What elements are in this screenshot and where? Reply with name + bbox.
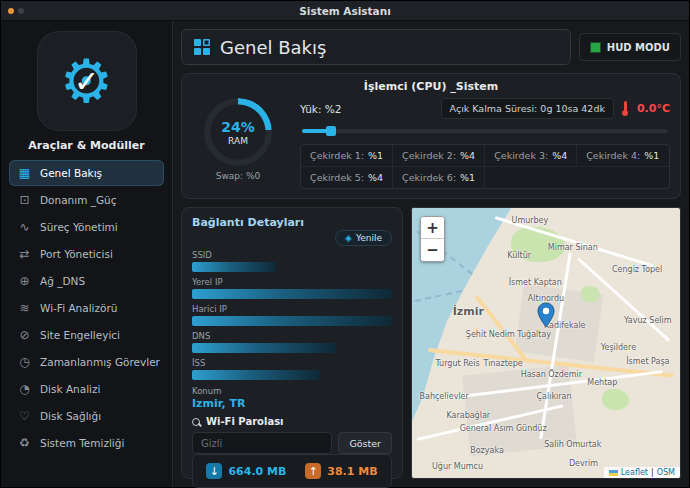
cpu-panel-title: İşlemci (CPU) _Sistem	[192, 80, 670, 93]
map-label: Yeşildere	[601, 343, 636, 352]
connection-field: SSID	[192, 250, 392, 272]
sidebar-item-icon: ▦	[17, 166, 32, 180]
connection-field-label: Harici IP	[192, 304, 392, 314]
map-label: İzmir	[453, 305, 484, 318]
sidebar-item-icon: ♡	[17, 409, 32, 423]
map-park	[602, 389, 629, 411]
connection-field-redacted-bar	[192, 262, 276, 272]
sidebar-item[interactable]: ⊡ Donanım _Güç	[9, 187, 164, 213]
sidebar-item-icon: ⊘	[17, 328, 32, 342]
map-zoom-control: + −	[420, 216, 445, 262]
hud-mode-button[interactable]: HUD MODU	[579, 33, 681, 61]
sidebar-item-icon: ∿	[17, 220, 32, 234]
sidebar-item-icon: ≋	[17, 301, 32, 315]
app-window: Sistem Asistanı ⚙ ✓ Araçlar & Modüller ▦…	[0, 0, 690, 488]
core-value: %4	[552, 150, 567, 161]
cores-grid: Çekirdek 1: %1 Çekirdek 2: %4	[300, 144, 670, 189]
core-value: %1	[644, 150, 659, 161]
sidebar-item-label: Donanım _Güç	[40, 194, 117, 206]
app-logo: ⚙ ✓	[37, 31, 137, 131]
map-label: İsmet Paşa	[626, 357, 669, 366]
sidebar: ⚙ ✓ Araçlar & Modüller ▦ Genel Bakış ⊡ D…	[1, 21, 173, 487]
map-park	[581, 286, 600, 302]
refresh-icon: ◈	[345, 233, 352, 243]
connection-field-redacted-bar	[192, 316, 392, 326]
location-value: Izmir, TR	[192, 397, 392, 410]
sidebar-item[interactable]: ⊘ Site Engelleyici	[9, 322, 164, 348]
wifi-password-input[interactable]	[192, 432, 332, 454]
map-label: Çalıkıran	[537, 392, 572, 401]
window-title: Sistem Asistanı	[299, 5, 391, 17]
connection-field-label: İSS	[192, 358, 392, 368]
location-label: Konum	[192, 386, 392, 396]
show-password-button[interactable]: Göster	[338, 432, 392, 454]
download-icon: ↓	[206, 463, 222, 479]
map-label: Hasan Özdemir	[521, 370, 582, 379]
connection-field-label: SSID	[192, 250, 392, 260]
sidebar-item-label: Ağ _DNS	[40, 275, 85, 287]
core-cell: Çekirdek 3: %4	[485, 145, 577, 167]
map-label: Kültür	[507, 251, 531, 260]
sidebar-item[interactable]: ∿ Süreç Yönetimi	[9, 214, 164, 240]
map-label: Bozyaka	[470, 446, 504, 455]
map-label: Salih Omurtak	[544, 440, 601, 449]
core-label: Çekirdek 5:	[310, 172, 364, 183]
sidebar-item[interactable]: ♻ Sistem Temizliği	[9, 430, 164, 456]
map-label: Mimar Sinan	[548, 243, 598, 252]
sidebar-item-icon: ◔	[17, 382, 32, 396]
map-label: Mehtap	[587, 378, 617, 387]
leaflet-link[interactable]: Leaflet	[621, 468, 648, 477]
cpu-panel: İşlemci (CPU) _Sistem 24% RAM Swap: %0	[181, 73, 681, 199]
zoom-out-button[interactable]: −	[421, 239, 444, 261]
sidebar-item[interactable]: ⇄ Port Yöneticisi	[9, 241, 164, 267]
core-label: Çekirdek 6:	[402, 172, 456, 183]
cpu-usage-slider[interactable]	[302, 129, 668, 133]
map-label: Bahçelievler	[419, 392, 468, 401]
overview-grid-icon	[194, 39, 210, 55]
map-label: Karabağlar	[446, 411, 490, 420]
hud-button-label: HUD MODU	[607, 42, 670, 53]
map[interactable]: Umurbey Kültür Mimar Sinan Cengiz Topel …	[411, 207, 681, 479]
refresh-button-label: Yenile	[356, 233, 382, 243]
sidebar-item[interactable]: ♡ Disk Sağlığı	[9, 403, 164, 429]
cpu-usage-slider-knob[interactable]	[326, 126, 336, 136]
sidebar-item-label: Genel Bakış	[40, 167, 102, 179]
map-marker	[537, 302, 555, 332]
sidebar-item[interactable]: ⊕ Ağ _DNS	[9, 268, 164, 294]
upload-icon: ↑	[305, 463, 321, 479]
connection-field: Yerel IP	[192, 277, 392, 299]
core-cell: Çekirdek 4: %1	[577, 145, 669, 167]
connection-panel: Bağlantı Detayları ◈ Yenile SSID	[181, 207, 403, 479]
traffic-box: ↓ 664.0 MB ↑ 38.1 MB	[192, 454, 392, 488]
map-label: General Asım Gündüz	[460, 424, 547, 433]
cpu-temperature: 0.0°C	[637, 102, 670, 115]
connection-field: Harici IP	[192, 304, 392, 326]
sidebar-item[interactable]: ◷ Zamanlanmış Görevler	[9, 349, 164, 375]
search-icon	[192, 418, 200, 426]
main-content: Genel Bakış HUD MODU İşlemci (CPU) _Sist…	[173, 21, 689, 487]
sidebar-item-icon: ⊕	[17, 274, 32, 288]
core-value: %4	[460, 150, 475, 161]
sidebar-menu: ▦ Genel Bakış ⊡ Donanım _Güç ∿ Süreç Yön…	[1, 160, 172, 456]
sidebar-item-label: Wi-Fi Analizörü	[40, 302, 117, 314]
sidebar-item[interactable]: ≋ Wi-Fi Analizörü	[9, 295, 164, 321]
sidebar-item-label: Disk Analizi	[40, 383, 100, 395]
download-traffic: ↓ 664.0 MB	[206, 463, 286, 479]
thermometer-icon	[622, 101, 629, 116]
attribution-separator: |	[651, 468, 654, 477]
window-status-dot	[8, 8, 14, 14]
sidebar-item[interactable]: ◔ Disk Analizi	[9, 376, 164, 402]
zoom-in-button[interactable]: +	[421, 217, 444, 239]
map-attribution: Leaflet | OSM	[604, 467, 680, 478]
connection-field: DNS	[192, 331, 392, 353]
refresh-button[interactable]: ◈ Yenile	[335, 230, 392, 246]
core-cell: Çekirdek 1: %1	[301, 145, 393, 167]
sidebar-item-label: Sistem Temizliği	[40, 437, 124, 449]
core-value: %4	[368, 172, 383, 183]
osm-link[interactable]: OSM	[657, 468, 675, 477]
sidebar-item[interactable]: ▦ Genel Bakış	[9, 160, 164, 186]
sidebar-item-label: Süreç Yönetimi	[40, 221, 118, 233]
ram-ring-label: RAM	[228, 136, 248, 146]
connection-field-redacted-bar	[192, 343, 336, 353]
core-value: %1	[368, 150, 383, 161]
